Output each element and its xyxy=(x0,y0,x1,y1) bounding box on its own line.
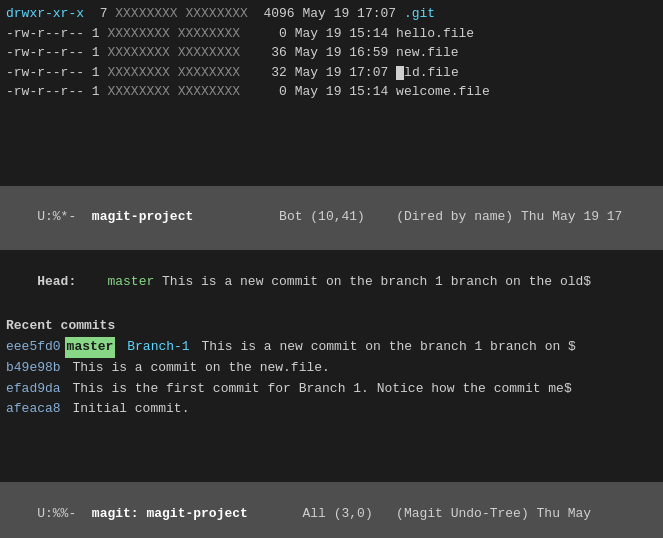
commit-message-1: This is a new commit on the branch 1 bra… xyxy=(194,337,576,358)
head-branch: master xyxy=(107,274,154,289)
commit-message-4: Initial commit. xyxy=(65,399,190,420)
mode-indicator-1: U:%*- xyxy=(37,209,92,224)
commit-master-tag: master xyxy=(65,337,116,358)
commit-branch-1: Branch-1 xyxy=(119,337,189,358)
commit-message-3: This is the first commit for Branch 1. N… xyxy=(65,379,572,400)
status-bar-magit: U:%%- magit: magit-project All (3,0) (Ma… xyxy=(0,482,663,538)
commit-hash-2: b49e98b xyxy=(6,358,61,379)
recent-commits-header: Recent commits xyxy=(6,316,657,337)
file-row-git: drwxr-xr-x 7 XXXXXXXX XXXXXXXX 4096 May … xyxy=(6,4,657,24)
head-line: Head: master This is a new commit on the… xyxy=(0,250,663,314)
commit-row-3: efad9da This is the first commit for Bra… xyxy=(6,379,657,400)
commit-row-1: eee5fd0 master Branch-1 This is a new co… xyxy=(6,337,657,358)
commit-hash-1: eee5fd0 xyxy=(6,337,61,358)
file-row-new: -rw-r--r-- 1 XXXXXXXX XXXXXXXX 36 May 19… xyxy=(6,43,657,63)
terminal: drwxr-xr-x 7 XXXXXXXX XXXXXXXX 4096 May … xyxy=(0,0,663,538)
head-message: This is a new commit on the branch 1 bra… xyxy=(154,274,591,289)
commit-message-2: This is a commit on the new.file. xyxy=(65,358,330,379)
status-bar-dired: U:%*- magit-project Bot (10,41) (Dired b… xyxy=(0,186,663,250)
file-row-hello: -rw-r--r-- 1 XXXXXXXX XXXXXXXX 0 May 19 … xyxy=(6,24,657,44)
position-2: All (3,0) (Magit Undo-Tree) Thu May xyxy=(248,506,591,521)
buffer-name-1: magit-project xyxy=(92,209,193,224)
file-row-old: -rw-r--r-- 1 XXXXXXXX XXXXXXXX 32 May 19… xyxy=(6,63,657,83)
commit-row-2: b49e98b This is a commit on the new.file… xyxy=(6,358,657,379)
file-row-welcome: -rw-r--r-- 1 XXXXXXXX XXXXXXXX 0 May 19 … xyxy=(6,82,657,102)
commit-hash-4: afeaca8 xyxy=(6,399,61,420)
commit-row-4: afeaca8 Initial commit. xyxy=(6,399,657,420)
mode-indicator-2: U:%%- xyxy=(37,506,92,521)
buffer-name-2: magit: magit-project xyxy=(92,506,248,521)
commit-hash-3: efad9da xyxy=(6,379,61,400)
recent-commits-section: Recent commits eee5fd0 master Branch-1 T… xyxy=(0,314,663,422)
empty-space xyxy=(0,106,663,186)
head-label: Head: xyxy=(37,274,107,289)
position-1: Bot (10,41) (Dired by name) Thu May 19 1… xyxy=(193,209,622,224)
empty-space-bottom xyxy=(0,422,663,482)
file-listing: drwxr-xr-x 7 XXXXXXXX XXXXXXXX 4096 May … xyxy=(0,0,663,106)
